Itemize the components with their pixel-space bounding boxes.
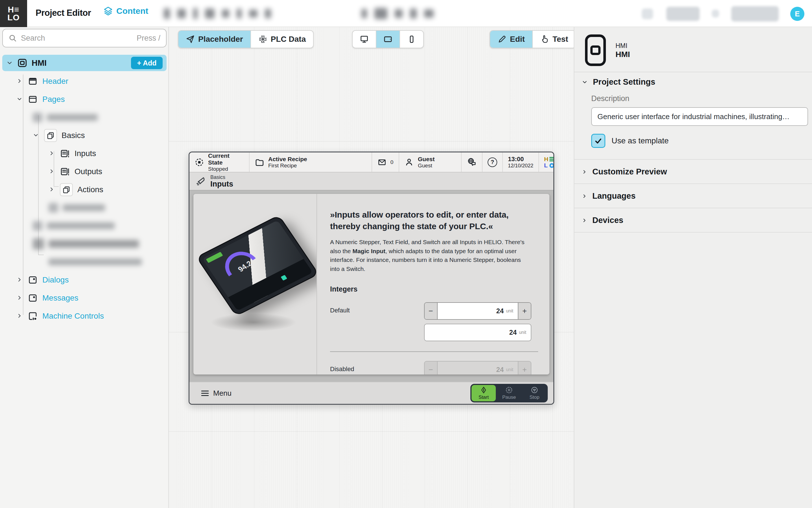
stepper-plus-button[interactable]: + — [518, 303, 531, 319]
add-button[interactable]: + Add — [131, 57, 163, 69]
sidebar-item-hmi-root[interactable]: HMI + Add — [2, 55, 167, 71]
sidebar-item-inputs[interactable]: Inputs — [0, 145, 169, 161]
logo-line-2: LO — [7, 13, 20, 22]
search-box[interactable]: Press / — [2, 29, 167, 47]
preview-content: 94.2 »Inputs allow operators to edit, or… — [190, 190, 554, 382]
card-illustration: 94.2 — [193, 194, 317, 375]
user-cell[interactable]: Guest Guest — [399, 153, 461, 172]
redacted-menu-items-2 — [361, 5, 434, 22]
sidebar-item-actions[interactable]: Actions — [0, 182, 169, 198]
stepper-minus-button: − — [424, 362, 438, 375]
chevron-down-icon[interactable] — [16, 96, 23, 103]
time-value: 13:00 — [508, 156, 533, 163]
pause-icon — [505, 386, 513, 394]
top-bar: H≡ LO Project Editor Content E — [0, 0, 812, 27]
machine-state-icon — [195, 158, 204, 167]
stop-button[interactable]: Stop — [522, 385, 546, 401]
tree-label: Outputs — [75, 167, 102, 176]
active-recipe-cell[interactable]: Active Recipe First Recipe — [250, 153, 372, 172]
sidebar-item-redacted[interactable] — [0, 200, 169, 216]
avatar[interactable]: E — [790, 7, 804, 21]
search-input[interactable] — [21, 34, 133, 43]
pause-button[interactable]: Pause — [497, 385, 521, 401]
sidebar-item-machine-controls[interactable]: Machine Controls — [0, 308, 169, 324]
toggle-placeholder[interactable]: Placeholder — [178, 31, 251, 48]
section-customize-preview[interactable]: Customize Preview — [582, 167, 667, 176]
desktop-toggle[interactable] — [353, 31, 376, 48]
help-cell[interactable]: ? — [483, 153, 503, 172]
description-input[interactable] — [591, 107, 808, 126]
use-as-template-checkbox[interactable] — [591, 134, 605, 148]
user-value: Guest — [418, 163, 435, 169]
inspector-panel: HMI HMI Project Settings Description Use… — [574, 27, 812, 508]
user-title: Guest — [418, 156, 435, 163]
sidebar-item-redacted[interactable] — [0, 218, 169, 234]
nav-tab-content[interactable]: Content — [103, 6, 148, 16]
field-label: Disabled — [330, 361, 354, 373]
sidebar-item-outputs[interactable]: Outputs — [0, 164, 169, 179]
chevron-right-icon[interactable] — [16, 313, 23, 320]
chevron-right-icon[interactable] — [48, 186, 55, 193]
chevron-right-icon[interactable] — [48, 168, 55, 175]
sidebar-root-label: HMI — [32, 58, 127, 68]
tablet-toggle[interactable] — [376, 31, 400, 48]
messages-cell[interactable]: 0 — [372, 153, 399, 172]
sidebar-item-header[interactable]: Header — [0, 73, 169, 89]
start-icon — [480, 386, 488, 394]
stepper-value-field[interactable]: 24 unit — [438, 303, 518, 319]
breadcrumb: Basics — [210, 174, 233, 180]
chevron-right-icon — [582, 218, 587, 223]
help-icon: ? — [488, 158, 497, 167]
sidebar-item-messages[interactable]: Messages — [0, 290, 169, 306]
header-section-icon — [28, 76, 38, 86]
menu-label: Menu — [213, 389, 232, 398]
phone-toggle[interactable] — [400, 31, 423, 48]
sidebar-item-redacted[interactable] — [0, 254, 169, 270]
active-recipe-value: First Recipe — [268, 163, 307, 169]
number-field[interactable]: 24 unit — [424, 324, 531, 341]
tablet-photo: 94.2 — [196, 215, 317, 316]
chevron-down-icon[interactable] — [33, 132, 40, 139]
stepper-plus-button: + — [518, 362, 531, 375]
page-title: Project Editor — [36, 8, 91, 18]
divider — [574, 232, 812, 232]
menu-button[interactable]: Menu — [201, 389, 232, 398]
tablet-icon — [383, 34, 393, 44]
language-cell[interactable] — [461, 153, 483, 172]
phone-icon — [407, 34, 416, 44]
preview-page-header: Basics Inputs — [190, 172, 554, 190]
test-mode-toggle[interactable]: Test — [533, 31, 576, 48]
sidebar-item-basics[interactable]: Basics — [0, 128, 169, 143]
start-button[interactable]: Start — [472, 385, 496, 401]
toggle-plc-data-label: PLC Data — [271, 35, 306, 44]
tree-label: Basics — [62, 131, 85, 140]
sidebar-item-pages[interactable]: Pages — [0, 91, 169, 107]
stepper-minus-button[interactable]: − — [424, 303, 438, 319]
sidebar-item-redacted[interactable] — [0, 110, 169, 125]
form-icon — [60, 167, 70, 177]
chevron-right-icon[interactable] — [48, 150, 55, 157]
current-state-cell[interactable]: Current State Stopped — [190, 153, 250, 172]
chevron-right-icon[interactable] — [16, 277, 23, 283]
inspector-header: HMI HMI — [585, 34, 630, 66]
section-languages[interactable]: Languages — [582, 192, 636, 201]
edit-mode-toggle[interactable]: Edit — [490, 31, 533, 48]
toggle-plc-data[interactable]: PLC Data — [251, 31, 313, 48]
nav-content-label: Content — [116, 6, 148, 16]
body-bold: Magic Input — [352, 248, 385, 254]
chevron-right-icon — [582, 193, 587, 199]
chevron-right-icon[interactable] — [16, 78, 23, 85]
sidebar-item-dialogs[interactable]: Dialogs — [0, 272, 169, 288]
chevron-right-icon[interactable] — [16, 295, 23, 301]
section-devices[interactable]: Devices — [582, 216, 623, 225]
stepper-value-field: 24 unit — [438, 362, 518, 375]
stop-icon — [530, 386, 538, 394]
redacted-icon-2 — [712, 10, 719, 17]
chevron-down-icon[interactable] — [6, 59, 13, 66]
sidebar-item-redacted[interactable] — [0, 236, 169, 252]
section-project-settings[interactable]: Project Settings — [582, 77, 655, 87]
divider — [574, 72, 812, 72]
tree-label: Machine Controls — [42, 311, 104, 321]
numeric-stepper-disabled: − 24 unit + — [424, 361, 531, 375]
section-label: Project Settings — [593, 77, 655, 87]
